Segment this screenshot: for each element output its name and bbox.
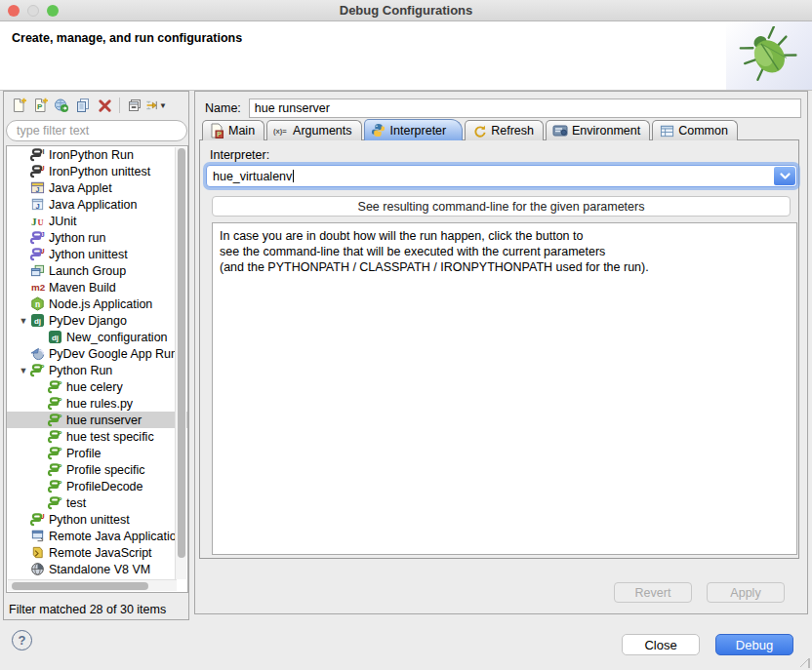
tree-item-hue-test-specific[interactable]: Phue test specific [7, 428, 187, 445]
configuration-detail-panel: Name: PMain(x)=ArgumentsInterpreterRefre… [194, 91, 808, 614]
collapse-all-button[interactable] [124, 96, 145, 115]
filter-input[interactable] [17, 124, 177, 138]
svg-text:P: P [217, 131, 222, 138]
nodejs-icon: n [30, 296, 47, 311]
tree-item-new-configuration[interactable]: djNew_configuration [7, 329, 187, 345]
tree-item-label: hue test specific [64, 430, 154, 444]
filter-status: Filter matched 28 of 30 items [9, 603, 166, 616]
close-button[interactable]: Close [622, 634, 700, 655]
svg-text:U: U [38, 217, 44, 227]
tree-item-test[interactable]: Ptest [7, 494, 187, 511]
tab-environment[interactable]: Environment [546, 120, 650, 140]
tab-common[interactable]: Common [652, 120, 738, 140]
tree-vertical-scrollbar[interactable] [175, 147, 186, 579]
common-icon [659, 123, 674, 138]
info-text-area[interactable]: In case you are in doubt how will the ru… [212, 222, 797, 555]
tree-item-python-run[interactable]: ▼PPython Run [7, 362, 187, 378]
python-run-icon: P [48, 479, 64, 493]
python-run-icon: P [48, 495, 64, 510]
tab-main[interactable]: PMain [202, 120, 264, 140]
tree-item-remote-javascript[interactable]: Remote JavaScript [7, 544, 187, 561]
tree-item-junit[interactable]: JUJUnit [7, 213, 187, 229]
filter-field-wrap [6, 120, 187, 141]
tree-item-label: Profile specific [64, 463, 145, 477]
revert-button[interactable]: Revert [614, 582, 692, 603]
python-run-icon: P [48, 413, 64, 427]
tree-item-ironpython-unittest[interactable]: UIronPython unittest [7, 163, 187, 179]
filter-configurations-button[interactable]: ▼ [145, 96, 167, 115]
text-caret [293, 170, 294, 182]
tree-item-label: Remote Java Application [47, 530, 183, 543]
debug-configurations-dialog: Debug Configurations Create, manage, and… [0, 0, 812, 670]
remote-js-icon [30, 545, 47, 560]
configurations-tree: IIronPython RunUIronPython unittestJJava… [6, 145, 188, 593]
svg-text:m2: m2 [31, 282, 46, 293]
tree-item-label: Python unittest [47, 513, 130, 527]
tree-item-java-applet[interactable]: JJava Applet [7, 179, 187, 196]
tree-item-profile[interactable]: PProfile [7, 445, 187, 461]
tab-interpreter[interactable]: Interpreter [364, 119, 464, 140]
tree-item-ironpython-run[interactable]: IIronPython Run [7, 146, 187, 163]
expander-icon[interactable]: ▼ [17, 366, 30, 375]
tree-item-hue-celery[interactable]: Phue celery [7, 378, 187, 395]
title-bar: Debug Configurations [0, 0, 812, 21]
tree-item-python-unittest[interactable]: UPython unittest [7, 511, 187, 528]
tree-item-node-js-application[interactable]: nNode.js Application [7, 296, 187, 312]
django-icon: dj [30, 313, 47, 328]
svg-text:J: J [31, 216, 37, 227]
python-run-icon: P [48, 396, 64, 411]
see-command-line-button[interactable]: See resulting command-line for the given… [212, 196, 791, 217]
django-icon: dj [48, 330, 64, 344]
tab-label: Common [678, 124, 728, 138]
tree-item-label: Remote JavaScript [47, 546, 152, 560]
tab-arguments[interactable]: (x)=Arguments [266, 120, 361, 140]
tree-item-profile-specific[interactable]: PProfile specific [7, 461, 187, 478]
tree-item-java-application[interactable]: JJava Application [7, 196, 187, 213]
resize-grip[interactable] [800, 658, 810, 668]
tree-item-standalone-v8-vm[interactable]: Standalone V8 VM [7, 561, 187, 577]
new-prototype-icon: P [32, 98, 48, 113]
tab-refresh[interactable]: Refresh [465, 120, 544, 140]
svg-text:J: J [35, 202, 39, 211]
python-run-icon: P [30, 363, 47, 377]
help-button[interactable]: ? [12, 630, 32, 650]
new-configuration-button[interactable] [8, 96, 29, 115]
interpreter-combo[interactable]: hue_virtualenv [206, 165, 797, 187]
chevron-down-icon[interactable] [774, 167, 795, 185]
tree-item-profiledecode[interactable]: PProfileDecode [7, 478, 187, 494]
tree-item-pydev-django[interactable]: ▼djPyDev Django [7, 312, 187, 329]
delete-icon [98, 99, 112, 113]
tree-item-label: PyDev Django [47, 314, 127, 328]
tab-label: Arguments [293, 124, 351, 138]
svg-text:P: P [37, 102, 43, 111]
name-row: Name: [205, 99, 801, 118]
tree-item-label: Maven Build [47, 281, 116, 295]
junit-icon: JU [30, 214, 47, 228]
debug-button[interactable]: Debug [715, 634, 793, 655]
tree-item-label: hue celery [64, 380, 123, 394]
tree-horizontal-scrollbar[interactable] [8, 579, 177, 591]
duplicate-configuration-button[interactable] [72, 96, 94, 115]
tree-item-hue-rules-py[interactable]: Phue rules.py [7, 395, 187, 412]
new-prototype-button[interactable]: P [29, 96, 51, 115]
tree-item-launch-group[interactable]: Launch Group [7, 262, 187, 279]
tree-item-hue-runserver[interactable]: Phue runserver [7, 412, 187, 428]
tree-item-maven-build[interactable]: m2Maven Build [7, 279, 187, 296]
tree-item-pydev-google-app-run[interactable]: PyDev Google App Run [7, 345, 187, 362]
duplicate-icon [75, 98, 91, 113]
java-application-icon: J [30, 197, 47, 212]
delete-configuration-button[interactable] [94, 96, 115, 115]
jython-run-icon: J [30, 230, 47, 245]
export-configurations-button[interactable] [51, 96, 72, 115]
tree-item-remote-java-application[interactable]: Remote Java Application [7, 528, 187, 544]
tab-label: Refresh [491, 124, 534, 138]
window-title: Debug Configurations [0, 3, 812, 18]
filter-icon [145, 98, 158, 113]
refresh-icon [471, 123, 487, 138]
name-input[interactable] [249, 99, 801, 118]
tree-item-jython-run[interactable]: JJython run [7, 229, 187, 246]
expander-icon[interactable]: ▼ [17, 316, 30, 326]
tree-item-jython-unittest[interactable]: UJython unittest [7, 246, 187, 262]
apply-button[interactable]: Apply [707, 582, 785, 603]
tree-item-label: Node.js Application [47, 297, 152, 311]
